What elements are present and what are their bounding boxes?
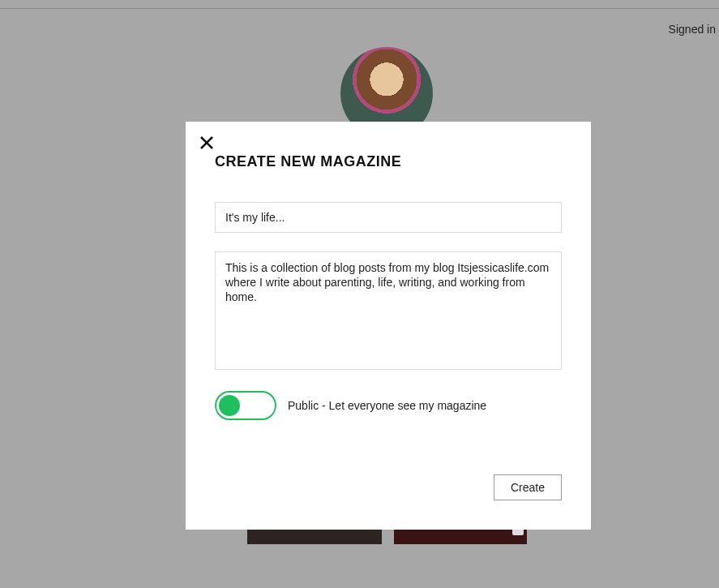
top-divider <box>0 8 719 9</box>
create-button[interactable]: Create <box>494 474 562 500</box>
modal-title: CREATE NEW MAGAZINE <box>215 153 401 170</box>
visibility-toggle-row: Public - Let everyone see my magazine <box>215 391 486 420</box>
magazine-description-input[interactable]: This is a collection of blog posts from … <box>215 251 562 370</box>
close-button[interactable] <box>197 133 216 152</box>
public-toggle-label: Public - Let everyone see my magazine <box>288 399 486 412</box>
toggle-knob <box>219 395 240 416</box>
signed-in-text: Signed in <box>669 23 719 36</box>
public-toggle[interactable] <box>215 391 276 420</box>
magazine-title-input[interactable] <box>215 202 562 233</box>
create-magazine-modal: CREATE NEW MAGAZINE This is a collection… <box>186 122 591 530</box>
page-background: Signed in CREATE NEW MAGAZINE This is a … <box>0 0 719 588</box>
close-icon <box>197 133 216 152</box>
